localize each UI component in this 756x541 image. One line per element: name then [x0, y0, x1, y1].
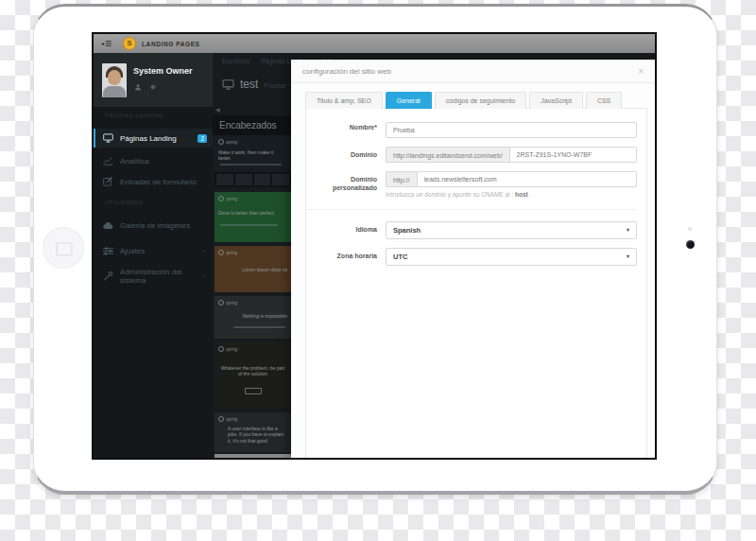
user-icon[interactable]: [134, 83, 142, 91]
form-row-nombre: Nombre*: [306, 119, 637, 138]
modal-header: configuración del sitio web ×: [291, 60, 655, 83]
form-row-idioma: Idioma Spanish ▾: [306, 221, 637, 239]
tab-javascript[interactable]: JavaScript: [529, 92, 583, 109]
gear-icon[interactable]: [149, 83, 157, 91]
nombre-label: Nombre*: [306, 119, 386, 138]
home-button[interactable]: [43, 227, 84, 269]
cname-help-text: Introduzca un dominio y apunte su CNAME …: [386, 191, 637, 198]
idioma-label: Idioma: [306, 221, 386, 239]
tab-general[interactable]: General: [386, 92, 432, 109]
user-name: System Owner: [133, 66, 193, 76]
sliders-icon: [103, 247, 113, 255]
wrench-icon: [103, 271, 113, 281]
sidebar-item-entradas-formulario[interactable]: Entradas de formulario: [94, 172, 213, 191]
chevron-right-icon: ›: [203, 273, 205, 280]
sidebar-section-tools: UTILIDADES: [105, 200, 143, 205]
sidebar-item-label: Administración del sistema: [120, 268, 203, 285]
sidebar-item-label: Ajustes: [120, 247, 145, 255]
form-row-zona-horaria: Zona horaria UTC ▾: [306, 248, 637, 266]
sidebar-item-label: Páginas Landing: [120, 134, 177, 143]
hamburger-icon: ≡: [105, 38, 112, 49]
sidebar-item-label: Entradas de formulario: [120, 178, 197, 186]
form-edit-icon: [103, 177, 113, 186]
sidebar-item-ajustes[interactable]: Ajustes ›: [94, 241, 213, 260]
modal-title: configuración del sitio web: [302, 67, 391, 76]
avatar-body: [103, 86, 126, 97]
app-brand-title: LANDING PAGES: [142, 41, 200, 47]
modal-tabs: Titulo & amp; SEO General códigos de seg…: [305, 92, 622, 109]
dominio-personalizado-label: Dominio personalizado: [306, 171, 386, 198]
tablet-frame: ◂ ≡ S LANDING PAGES System Owner: [33, 4, 717, 495]
monitor-icon: [103, 133, 113, 143]
tab-css[interactable]: CSS: [586, 92, 622, 109]
sidebar-section-pages: PÁGINAS LANDING: [105, 113, 164, 118]
chevron-down-icon: ▾: [627, 222, 629, 238]
http-addon: http://: [386, 171, 417, 187]
cloud-icon: [103, 221, 113, 230]
form-row-dominio: Dominio http://landings.editandsend.com/…: [306, 147, 637, 163]
sidebar-item-galeria-imagenes[interactable]: Galería de imágenes: [94, 216, 213, 235]
sidebar-item-analitica[interactable]: Analítica: [94, 151, 213, 170]
app-logo-icon[interactable]: S: [123, 37, 136, 50]
dominio-input[interactable]: [509, 147, 637, 163]
sidebar-item-label: Galería de imágenes: [120, 221, 190, 230]
transparent-checkerboard-background: ◂ ≡ S LANDING PAGES System Owner: [0, 0, 756, 541]
profile-section: System Owner: [94, 53, 213, 107]
close-icon[interactable]: ×: [638, 66, 644, 77]
dominio-personalizado-input[interactable]: [417, 171, 637, 187]
form-row-dominio-personalizado: Dominio personalizado http:// Introduzca…: [306, 171, 637, 198]
chevron-right-icon: ›: [203, 248, 205, 254]
idioma-select[interactable]: Spanish ▾: [386, 221, 637, 239]
tab-codigos-seguimiento[interactable]: códigos de seguimiento: [435, 92, 527, 109]
dominio-label: Dominio: [306, 147, 386, 163]
sidebar-item-administracion-sistema[interactable]: Administración del sistema ›: [94, 267, 213, 286]
sidebar-item-label: Analítica: [120, 157, 149, 166]
topbar: ◂ ≡ S LANDING PAGES: [94, 34, 655, 53]
zona-horaria-select[interactable]: UTC ▾: [386, 248, 637, 266]
sidebar: System Owner PÁGINAS LANDING: [94, 53, 213, 458]
camera-glint-dot: [688, 227, 692, 231]
collapse-arrow-icon: ◂: [101, 41, 104, 46]
main-content: Escritorio Páginas Landing Editar página…: [213, 53, 655, 458]
zona-horaria-label: Zona horaria: [306, 248, 386, 266]
avatar[interactable]: [102, 63, 127, 97]
nombre-input[interactable]: [386, 122, 637, 138]
app-window: ◂ ≡ S LANDING PAGES System Owner: [92, 32, 657, 460]
tab-titulo-seo[interactable]: Titulo & amp; SEO: [305, 92, 383, 109]
chevron-down-icon: ▾: [627, 249, 629, 265]
avatar-face: [108, 70, 121, 85]
line-chart-icon: [103, 156, 113, 166]
pages-count-badge: 2: [198, 134, 207, 143]
sidebar-item-paginas-landing[interactable]: Páginas Landing 2: [94, 129, 215, 148]
sidebar-toggle-button[interactable]: ◂ ≡: [101, 38, 112, 49]
camera-icon: [686, 240, 695, 249]
required-asterisk: *: [374, 124, 377, 131]
dominio-addon: http://landings.editandsend.com/web/: [386, 147, 509, 163]
form-divider: [306, 209, 637, 210]
site-config-modal: configuración del sitio web × Titulo & a…: [291, 60, 655, 458]
general-tab-panel: Nombre* Dominio http://landings.editands…: [305, 108, 647, 458]
